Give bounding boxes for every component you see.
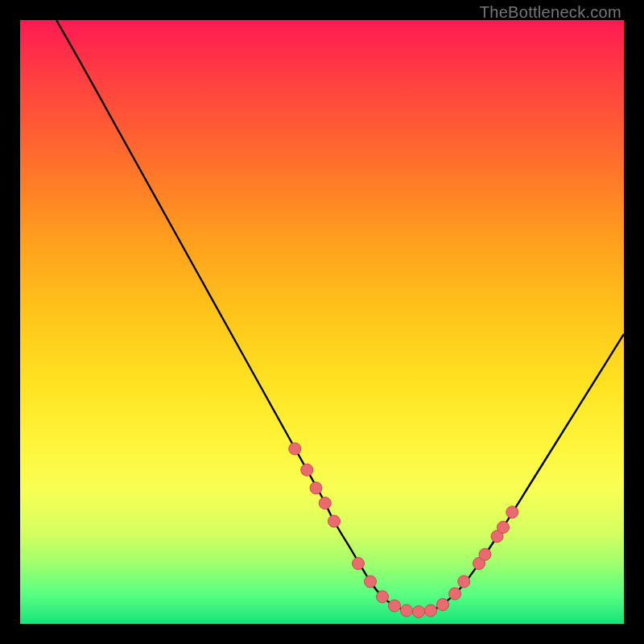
data-marker (310, 482, 322, 494)
data-marker (377, 591, 389, 603)
marker-group (289, 443, 518, 618)
data-marker (413, 606, 425, 618)
data-marker (497, 522, 510, 534)
data-marker (425, 605, 437, 617)
data-marker (301, 464, 313, 476)
data-marker (437, 599, 449, 611)
data-marker (319, 497, 331, 510)
data-marker (353, 558, 365, 570)
chart-frame: TheBottleneck.com (0, 0, 644, 644)
chart-svg (20, 20, 624, 624)
data-marker (506, 506, 518, 518)
data-marker (289, 443, 301, 455)
data-marker (389, 600, 401, 612)
plot-area (20, 20, 624, 624)
data-marker (479, 548, 491, 560)
attribution-text: TheBottleneck.com (480, 3, 621, 22)
data-marker (458, 576, 470, 588)
data-marker (365, 576, 377, 588)
data-marker (328, 515, 341, 527)
data-marker (449, 588, 461, 600)
data-marker (401, 605, 413, 617)
